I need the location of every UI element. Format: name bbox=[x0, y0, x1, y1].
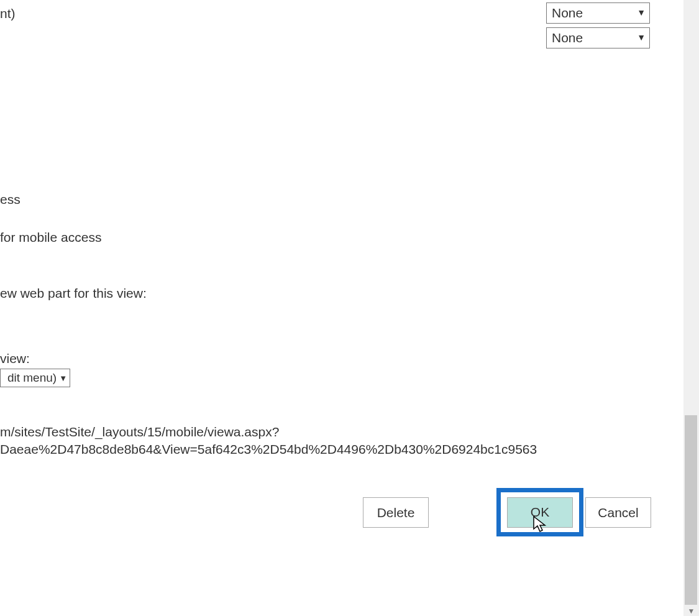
mobile-url-line-2: Daeae%2D47b8c8de8b64&View=5af642c3%2D54b… bbox=[0, 442, 537, 457]
ok-button-highlight: OK bbox=[496, 488, 583, 536]
dropdown-value: dit menu) bbox=[1, 371, 57, 385]
button-label: OK bbox=[531, 505, 549, 520]
button-label: Cancel bbox=[598, 505, 638, 520]
dropdown-value: None bbox=[552, 6, 583, 21]
mobile-url-line-1: m/sites/TestSite/_layouts/15/mobile/view… bbox=[0, 425, 279, 439]
cancel-button[interactable]: Cancel bbox=[585, 497, 651, 528]
text-fragment: nt) bbox=[0, 6, 16, 21]
scrollbar-thumb[interactable] bbox=[685, 415, 697, 605]
dropdown-value: None bbox=[552, 30, 583, 45]
sort-column-dropdown-1[interactable]: None ▼ bbox=[546, 2, 650, 24]
delete-button[interactable]: Delete bbox=[363, 497, 429, 528]
field-select-dropdown[interactable]: dit menu) ▼ bbox=[0, 369, 70, 387]
text-fragment: ess bbox=[0, 192, 21, 207]
chevron-down-icon: ▼ bbox=[59, 374, 67, 383]
scroll-down-icon[interactable]: ▼ bbox=[683, 606, 699, 616]
text-fragment: view: bbox=[0, 351, 30, 366]
button-label: Delete bbox=[377, 505, 415, 520]
text-fragment: ew web part for this view: bbox=[0, 286, 147, 301]
settings-page-viewport: None ▼ None ▼ nt) ess for mobile access … bbox=[0, 0, 683, 616]
sort-column-dropdown-2[interactable]: None ▼ bbox=[546, 27, 650, 48]
chevron-down-icon: ▼ bbox=[637, 32, 646, 42]
ok-button[interactable]: OK bbox=[507, 497, 573, 528]
chevron-down-icon: ▼ bbox=[637, 7, 646, 17]
text-fragment: for mobile access bbox=[0, 230, 101, 245]
